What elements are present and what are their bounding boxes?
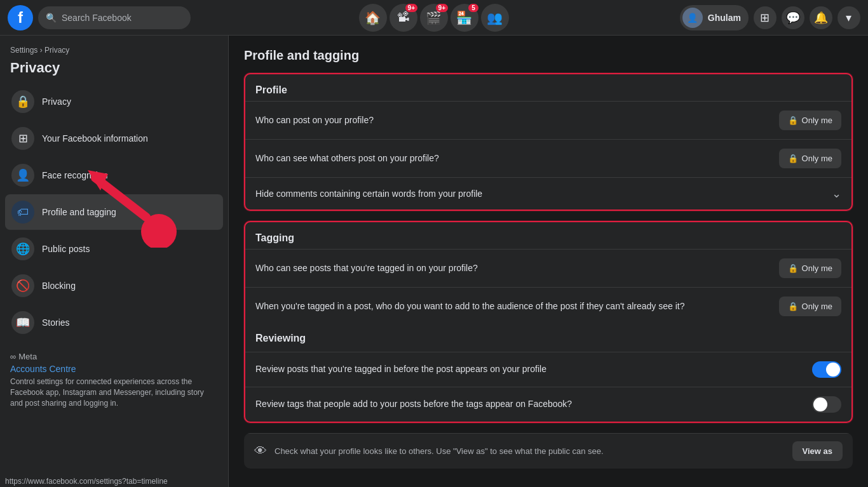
tagged-posts-value: Only me — [802, 264, 832, 273]
tagged-posts-button[interactable]: 🔒 Only me — [779, 258, 841, 278]
who-can-post-text: Who can post on your profile? — [255, 114, 771, 127]
grid-menu-button[interactable]: ⊞ — [754, 6, 776, 29]
blocking-icon: 🚫 — [11, 274, 34, 297]
status-bar: https://www.facebook.com/settings?tab=ti… — [0, 476, 173, 487]
nav-marketplace-button[interactable]: 🏪 5 — [451, 4, 478, 32]
who-can-post-value: Only me — [802, 116, 832, 125]
notifications-button[interactable]: 🔔 — [810, 6, 832, 29]
status-url: https://www.facebook.com/settings?tab=ti… — [5, 477, 168, 486]
eye-icon: 👁 — [254, 444, 267, 458]
sidebar-item-blocking-label: Blocking — [42, 281, 76, 291]
nav-center: 🏠 📽 9+ 🎬 9+ 🏪 5 👥 — [292, 4, 576, 32]
sidebar-item-privacy-label: Privacy — [42, 97, 71, 107]
sidebar-item-privacy[interactable]: 🔒 Privacy — [5, 84, 223, 119]
search-placeholder: Search Facebook — [62, 13, 132, 23]
nav-left: f 🔍 Search Facebook — [8, 5, 292, 30]
nav-home-button[interactable]: 🏠 — [359, 4, 387, 32]
profile-card: Profile Who can post on your profile? 🔒 … — [244, 73, 853, 211]
review-posts-toggle-wrap — [812, 361, 841, 378]
tagged-posts-row: Who can see posts that you're tagged in … — [245, 249, 851, 287]
profile-card-title: Profile — [245, 74, 851, 101]
privacy-icon: 🔒 — [11, 90, 34, 113]
meta-label: Meta — [18, 352, 37, 361]
profile-tagging-icon: 🏷 — [11, 201, 34, 223]
user-name: Ghulam — [708, 13, 741, 23]
accounts-centre-link[interactable]: Accounts Centre — [10, 364, 218, 374]
review-posts-toggle-knob — [826, 363, 840, 377]
lock-icon-3: 🔒 — [788, 264, 798, 273]
nav-reels-button[interactable]: 📽 9+ — [390, 4, 417, 32]
view-as-bar: 👁 Check what your profile looks like to … — [244, 433, 853, 469]
main-content: Profile and tagging Profile Who can post… — [229, 36, 868, 487]
sidebar-item-facebook-info-label: Your Facebook information — [42, 133, 148, 143]
lock-icon-2: 🔒 — [788, 154, 798, 163]
who-can-see-text: Who can see what others post on your pro… — [255, 152, 771, 165]
marketplace-icon: 🏪 — [456, 10, 472, 25]
chevron-down-icon: ⌄ — [832, 187, 841, 201]
facebook-info-icon: ⊞ — [11, 127, 34, 150]
review-tags-toggle[interactable] — [812, 396, 841, 413]
meta-logo: ∞ Meta — [10, 352, 218, 361]
nav-video-button[interactable]: 🎬 9+ — [420, 4, 448, 32]
groups-icon: 👥 — [487, 10, 503, 25]
account-menu-button[interactable]: ▾ — [837, 6, 860, 29]
sidebar-item-public-posts[interactable]: 🌐 Public posts — [5, 231, 223, 267]
tagged-audience-row: When you're tagged in a post, who do you… — [245, 287, 851, 325]
sidebar: Settings › Privacy Privacy 🔒 Privacy ⊞ Y… — [0, 36, 229, 487]
meta-description: Control settings for connected experienc… — [10, 377, 218, 408]
facebook-logo[interactable]: f — [8, 5, 33, 30]
reels-icon: 📽 — [397, 10, 410, 25]
view-as-description: Check what your profile looks like to ot… — [275, 446, 785, 456]
stories-icon: 📖 — [11, 311, 34, 334]
hide-comments-row[interactable]: Hide comments containing certain words f… — [245, 177, 851, 210]
nav-groups-button[interactable]: 👥 — [481, 4, 509, 32]
who-can-post-button[interactable]: 🔒 Only me — [779, 110, 841, 130]
review-posts-toggle[interactable] — [812, 361, 841, 378]
review-tags-text: Review tags that people add to your post… — [255, 398, 804, 411]
lock-icon: 🔒 — [788, 116, 798, 125]
search-box[interactable]: 🔍 Search Facebook — [38, 6, 191, 29]
face-recognition-icon: 👤 — [11, 164, 34, 187]
sidebar-item-stories-label: Stories — [42, 317, 70, 328]
avatar: 👤 — [682, 8, 703, 28]
sidebar-item-profile-tagging[interactable]: 🏷 Profile and tagging — [5, 194, 223, 230]
nav-right: 👤 Ghulam ⊞ 💬 🔔 ▾ — [576, 5, 860, 30]
who-can-see-value: Only me — [802, 154, 832, 163]
video-badge: 9+ — [436, 4, 448, 12]
top-navigation: f 🔍 Search Facebook 🏠 📽 9+ 🎬 9+ 🏪 5 👥 👤 … — [0, 0, 868, 36]
sidebar-item-face-recognition-label: Face recognition — [42, 170, 108, 180]
breadcrumb-settings: Settings › Privacy — [10, 46, 69, 55]
tagging-card-title: Tagging — [245, 222, 851, 249]
tagged-audience-value: Only me — [802, 302, 832, 311]
review-tags-toggle-knob — [813, 397, 827, 411]
user-menu-button[interactable]: 👤 Ghulam — [680, 5, 749, 30]
who-can-see-button[interactable]: 🔒 Only me — [779, 149, 841, 168]
review-posts-row: Review posts that you're tagged in befor… — [245, 352, 851, 387]
page-title: Profile and tagging — [244, 48, 853, 63]
review-tags-row: Review tags that people add to your post… — [245, 387, 851, 422]
review-tags-toggle-wrap — [812, 396, 841, 413]
reels-badge: 9+ — [405, 4, 417, 12]
who-can-see-row: Who can see what others post on your pro… — [245, 139, 851, 177]
marketplace-badge: 5 — [468, 4, 478, 12]
public-posts-icon: 🌐 — [11, 237, 34, 260]
tagged-audience-button[interactable]: 🔒 Only me — [779, 297, 841, 316]
tagging-card: Tagging Who can see posts that you're ta… — [244, 221, 853, 423]
page-body: Settings › Privacy Privacy 🔒 Privacy ⊞ Y… — [0, 0, 868, 487]
sidebar-item-blocking[interactable]: 🚫 Blocking — [5, 268, 223, 304]
sidebar-page-title: Privacy — [5, 57, 223, 84]
messenger-button[interactable]: 💬 — [782, 6, 804, 29]
reviewing-section: Reviewing — [245, 325, 851, 352]
sidebar-item-stories[interactable]: 📖 Stories — [5, 305, 223, 340]
view-as-card: 👁 Check what your profile looks like to … — [244, 433, 853, 469]
breadcrumb: Settings › Privacy — [5, 43, 223, 57]
who-can-post-row: Who can post on your profile? 🔒 Only me — [245, 101, 851, 139]
lock-icon-4: 🔒 — [788, 302, 798, 311]
sidebar-item-face-recognition[interactable]: 👤 Face recognition — [5, 157, 223, 193]
search-icon: 🔍 — [46, 13, 57, 23]
view-as-button[interactable]: View as — [792, 441, 843, 461]
meta-section: ∞ Meta Accounts Centre Control settings … — [5, 342, 223, 413]
sidebar-item-facebook-info[interactable]: ⊞ Your Facebook information — [5, 121, 223, 156]
tagged-posts-text: Who can see posts that you're tagged in … — [255, 262, 771, 275]
hide-comments-text: Hide comments containing certain words f… — [255, 189, 482, 199]
